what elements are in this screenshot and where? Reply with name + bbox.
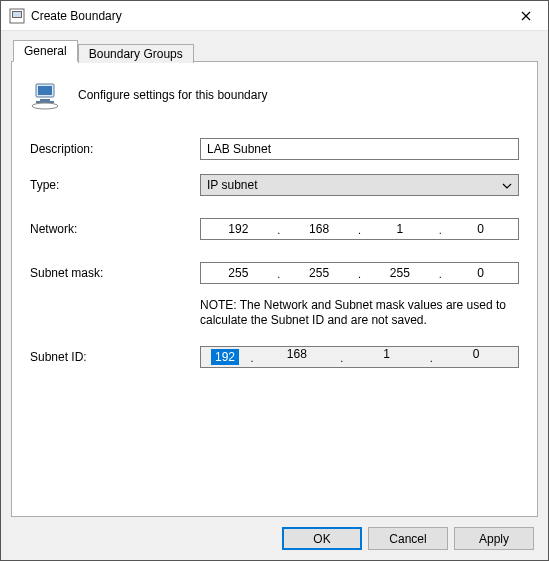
chevron-down-icon	[500, 178, 514, 192]
network-input[interactable]: . . .	[200, 218, 519, 240]
type-value: IP subnet	[207, 178, 500, 192]
button-row: OK Cancel Apply	[11, 517, 538, 550]
svg-rect-5	[40, 99, 50, 101]
description-input[interactable]	[200, 138, 519, 160]
app-icon	[9, 8, 25, 24]
subnet-id-octet-4: 0	[434, 347, 518, 367]
mask-octet-2[interactable]	[282, 263, 357, 283]
type-combobox[interactable]: IP subnet	[200, 174, 519, 196]
boundary-icon	[30, 78, 64, 112]
note-text: NOTE: The Network and Subnet mask values…	[200, 298, 519, 328]
cancel-button[interactable]: Cancel	[368, 527, 448, 550]
client-area: General Boundary Groups Configure settin…	[1, 31, 548, 560]
network-octet-2[interactable]	[282, 219, 357, 239]
dialog-window: Create Boundary General Boundary Groups	[0, 0, 549, 561]
subnet-id-octet-2: 168	[255, 347, 339, 367]
mask-octet-3[interactable]	[363, 263, 438, 283]
svg-point-7	[32, 103, 58, 109]
tabstrip: General Boundary Groups	[11, 39, 538, 61]
network-octet-1[interactable]	[201, 219, 276, 239]
label-subnet-mask: Subnet mask:	[30, 266, 200, 280]
close-button[interactable]	[503, 2, 548, 30]
svg-rect-4	[38, 86, 52, 95]
svg-rect-2	[13, 12, 21, 17]
header-row: Configure settings for this boundary	[30, 78, 519, 112]
subnet-id-octet-3: 1	[345, 347, 429, 367]
titlebar[interactable]: Create Boundary	[1, 1, 548, 31]
tab-boundary-groups[interactable]: Boundary Groups	[78, 44, 194, 63]
subnet-mask-input[interactable]: . . .	[200, 262, 519, 284]
tab-general[interactable]: General	[13, 40, 78, 62]
row-description: Description:	[30, 138, 519, 160]
tabpage-general: Configure settings for this boundary Des…	[11, 61, 538, 517]
row-subnet-id: Subnet ID: 192 . 168 . 1 . 0	[30, 346, 519, 368]
apply-button[interactable]: Apply	[454, 527, 534, 550]
label-type: Type:	[30, 178, 200, 192]
subnet-id-octet-1: 192	[211, 349, 239, 365]
label-network: Network:	[30, 222, 200, 236]
mask-octet-4[interactable]	[443, 263, 518, 283]
row-type: Type: IP subnet	[30, 174, 519, 196]
mask-octet-1[interactable]	[201, 263, 276, 283]
header-text: Configure settings for this boundary	[78, 88, 267, 102]
subnet-id-display: 192 . 168 . 1 . 0	[200, 346, 519, 368]
network-octet-4[interactable]	[443, 219, 518, 239]
label-subnet-id: Subnet ID:	[30, 350, 200, 364]
window-title: Create Boundary	[31, 9, 503, 23]
row-network: Network: . . .	[30, 218, 519, 240]
ok-button[interactable]: OK	[282, 527, 362, 550]
label-description: Description:	[30, 142, 200, 156]
row-subnet-mask: Subnet mask: . . .	[30, 262, 519, 284]
network-octet-3[interactable]	[363, 219, 438, 239]
